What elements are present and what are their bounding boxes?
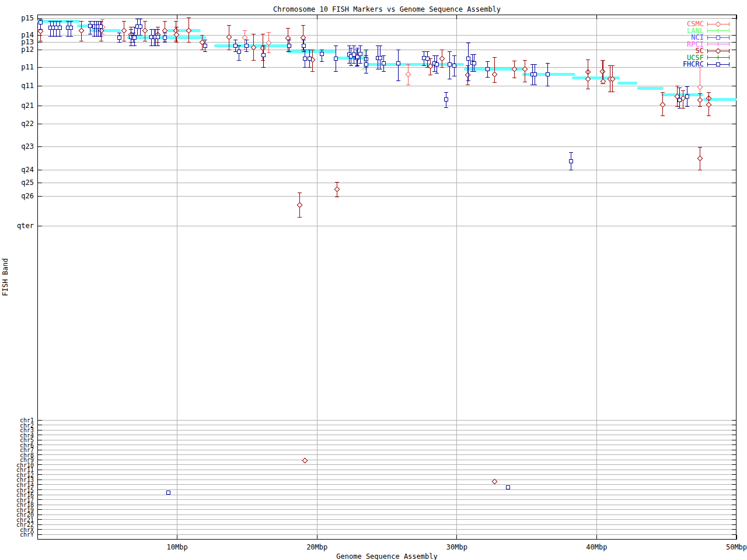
data-point-fhcrc bbox=[466, 57, 470, 61]
data-point-sc bbox=[511, 66, 517, 72]
error-bar-cap bbox=[601, 83, 605, 84]
legend-marker-sample bbox=[707, 44, 729, 44]
error-bar-fhcrc bbox=[134, 27, 135, 46]
error-bar-fhcrc bbox=[133, 33, 134, 42]
axis-tick bbox=[732, 499, 736, 500]
data-point-sc bbox=[660, 102, 666, 107]
error-bar-fhcrc bbox=[474, 54, 474, 71]
assembly-segment bbox=[37, 20, 80, 23]
data-point-sc bbox=[173, 32, 179, 37]
error-bar-sc bbox=[176, 27, 177, 42]
error-bar-fhcrc bbox=[100, 21, 101, 36]
axis-tick bbox=[37, 124, 42, 124]
error-bar-fhcrc bbox=[472, 54, 473, 71]
error-bar-cap bbox=[156, 46, 160, 46]
gridline-horizontal bbox=[37, 183, 736, 183]
error-bar-cap bbox=[382, 71, 386, 72]
error-bar-cap bbox=[79, 41, 83, 41]
error-bar-cap bbox=[267, 52, 271, 53]
error-bar-cap bbox=[678, 108, 682, 108]
error-bar-cap bbox=[364, 73, 368, 74]
error-bar-cap bbox=[396, 80, 400, 81]
error-bar-cap bbox=[523, 60, 527, 61]
data-point-sc bbox=[226, 34, 232, 40]
error-bar-cap bbox=[54, 36, 58, 37]
data-point-sc bbox=[585, 69, 591, 75]
y-tick-label-chr: chr2 bbox=[0, 422, 34, 428]
error-bar-cap bbox=[466, 65, 470, 66]
legend-label: LANL bbox=[651, 27, 704, 35]
data-point-sc bbox=[162, 27, 168, 33]
y-tick-label-chr: chr6 bbox=[0, 442, 34, 448]
x-tick-label: 30Mbp bbox=[437, 543, 477, 551]
error-bar-cap bbox=[355, 50, 359, 50]
data-point-sc bbox=[334, 186, 340, 192]
axis-tick bbox=[732, 450, 736, 450]
y-tick-label-chr: chr11 bbox=[0, 467, 34, 473]
gridline-horizontal bbox=[37, 495, 736, 495]
y-tick-label-chr: chrY bbox=[0, 531, 34, 538]
error-bar-cap bbox=[174, 42, 179, 43]
error-bar-cap bbox=[287, 51, 291, 52]
axis-tick bbox=[736, 15, 737, 19]
data-point-fhcrc bbox=[452, 64, 456, 68]
error-bar-cap bbox=[347, 46, 351, 46]
data-point-fhcrc bbox=[355, 56, 359, 60]
data-point-fhcrc bbox=[678, 98, 682, 102]
axis-tick bbox=[37, 18, 42, 19]
error-bar-cap bbox=[310, 50, 315, 50]
error-bar-cap bbox=[601, 60, 605, 61]
error-bar-cap bbox=[174, 27, 179, 27]
y-tick-label-band: qter bbox=[0, 222, 34, 230]
error-bar-sc bbox=[40, 23, 41, 41]
axis-tick bbox=[37, 509, 42, 510]
axis-tick bbox=[37, 495, 42, 495]
error-bar-cap bbox=[237, 46, 241, 46]
legend-marker-sample bbox=[716, 44, 720, 44]
data-point-sc bbox=[680, 95, 686, 101]
legend-marker-sample bbox=[729, 49, 729, 53]
error-bar-cap bbox=[163, 41, 167, 41]
error-bar-cap bbox=[138, 19, 142, 19]
y-tick-label-chr: chr3 bbox=[0, 427, 34, 433]
error-bar-cap bbox=[261, 46, 266, 46]
data-point-sc bbox=[309, 57, 315, 62]
legend-marker-sample bbox=[718, 29, 718, 33]
data-point-sc bbox=[186, 27, 192, 33]
error-bar-cap bbox=[435, 55, 439, 56]
assembly-segment bbox=[703, 98, 736, 101]
error-bar-cap bbox=[440, 50, 444, 50]
error-bar-sc bbox=[81, 21, 82, 41]
data-point-sc bbox=[121, 27, 127, 33]
axis-tick bbox=[37, 183, 42, 183]
x-tick-label: 50Mbp bbox=[716, 543, 747, 551]
y-tick-label-chr: chr19 bbox=[0, 506, 34, 513]
data-point-sc bbox=[142, 27, 148, 33]
error-bar-cap bbox=[66, 36, 70, 37]
error-bar-cap bbox=[58, 36, 62, 37]
error-bar-cap bbox=[129, 46, 133, 46]
error-bar-cap bbox=[131, 33, 135, 33]
legend-marker-sample bbox=[716, 30, 720, 31]
axis-tick bbox=[37, 425, 42, 425]
gridline-horizontal bbox=[37, 534, 736, 535]
error-bar-fhcrc bbox=[71, 21, 71, 36]
axis-tick bbox=[37, 474, 42, 475]
error-bar-fhcrc bbox=[535, 64, 535, 85]
error-bar-cap bbox=[135, 19, 139, 19]
axis-tick bbox=[732, 42, 736, 43]
data-point-sc bbox=[128, 32, 134, 37]
legend-marker-sample bbox=[707, 62, 708, 66]
error-bar-cap bbox=[203, 40, 207, 40]
data-point-fhcrc bbox=[355, 55, 359, 59]
error-bar-cap bbox=[364, 50, 368, 50]
error-bar-cap bbox=[698, 147, 702, 148]
data-point-fhcrc bbox=[486, 67, 490, 71]
error-bar-cap bbox=[99, 21, 103, 22]
error-bar-csmc bbox=[408, 64, 409, 85]
error-bar-cap bbox=[237, 60, 241, 61]
legend-label: UCSF bbox=[651, 54, 704, 62]
error-bar-fhcrc bbox=[322, 50, 322, 61]
axis-tick bbox=[37, 489, 42, 490]
data-point-fhcrc bbox=[334, 57, 338, 61]
